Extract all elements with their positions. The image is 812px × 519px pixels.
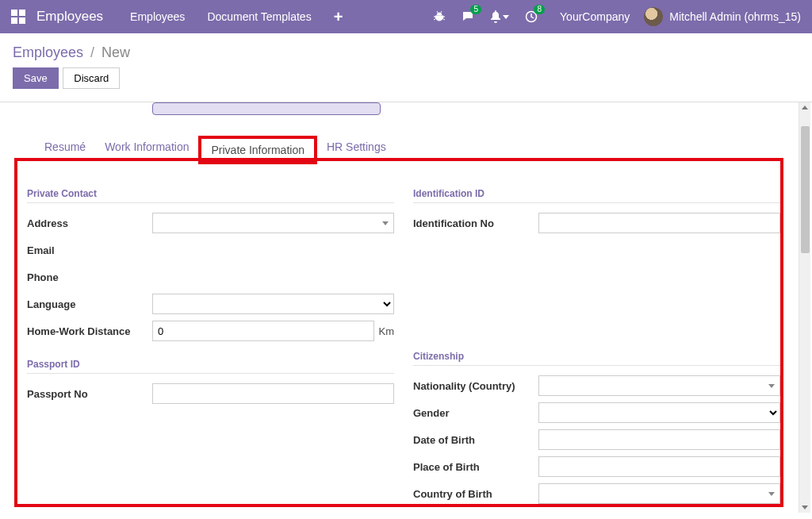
bug-icon[interactable] bbox=[433, 10, 446, 23]
messages-icon[interactable]: 5 bbox=[462, 10, 474, 23]
company-switcher[interactable]: YourCompany bbox=[560, 10, 630, 23]
form-view: Resumé Work Information Private Informat… bbox=[0, 102, 812, 513]
scroll-up-icon[interactable] bbox=[802, 106, 808, 110]
identification-no-field[interactable] bbox=[538, 213, 780, 233]
label-address: Address bbox=[27, 217, 152, 229]
label-phone: Phone bbox=[27, 271, 152, 283]
country-of-birth-field[interactable] bbox=[538, 483, 780, 504]
scroll-down-icon[interactable] bbox=[802, 506, 808, 509]
distance-unit: Km bbox=[379, 325, 395, 337]
nationality-field[interactable] bbox=[538, 375, 780, 396]
add-menu-icon[interactable]: + bbox=[334, 9, 343, 25]
notifications-icon[interactable] bbox=[490, 10, 509, 23]
place-of-birth-field[interactable] bbox=[538, 456, 780, 477]
tab-resume[interactable]: Resumé bbox=[35, 136, 95, 164]
label-nationality: Nationality (Country) bbox=[413, 380, 538, 392]
nav-employees[interactable]: Employees bbox=[130, 10, 185, 23]
passport-no-field[interactable] bbox=[152, 383, 394, 404]
language-select[interactable] bbox=[152, 294, 394, 314]
breadcrumb-current: New bbox=[102, 44, 130, 60]
breadcrumb-root[interactable]: Employees bbox=[13, 44, 83, 60]
section-private-contact: Private Contact bbox=[27, 174, 394, 203]
address-field[interactable] bbox=[152, 213, 394, 233]
avatar bbox=[644, 7, 663, 26]
section-citizenship: Citizenship bbox=[413, 336, 780, 366]
activity-icon[interactable]: 8 bbox=[525, 10, 538, 23]
label-home-work-distance: Home-Work Distance bbox=[27, 325, 152, 337]
section-identification: Identification ID bbox=[413, 174, 780, 203]
label-date-of-birth: Date of Birth bbox=[413, 434, 538, 446]
activity-badge: 8 bbox=[534, 5, 545, 14]
tab-work-information[interactable]: Work Information bbox=[95, 136, 198, 164]
label-country-of-birth: Country of Birth bbox=[413, 488, 538, 500]
discard-button[interactable]: Discard bbox=[63, 67, 120, 89]
tab-hr-settings[interactable]: HR Settings bbox=[317, 136, 396, 164]
date-of-birth-field[interactable] bbox=[538, 429, 780, 450]
breadcrumb-separator: / bbox=[90, 44, 94, 60]
breadcrumb: Employees / New bbox=[13, 44, 799, 61]
chevron-down-icon bbox=[503, 15, 509, 19]
home-work-distance-field[interactable] bbox=[152, 321, 374, 341]
app-title: Employees bbox=[36, 9, 103, 25]
apps-icon[interactable] bbox=[11, 10, 25, 24]
nav-document-templates[interactable]: Document Templates bbox=[207, 10, 311, 23]
label-email: Email bbox=[27, 244, 152, 256]
chevron-down-icon bbox=[382, 221, 389, 225]
scrollbar[interactable] bbox=[799, 102, 810, 513]
control-panel: Employees / New Save Discard bbox=[0, 33, 812, 94]
topbar: Employees Employees Document Templates +… bbox=[0, 0, 812, 33]
gender-select[interactable] bbox=[538, 402, 780, 423]
partial-field-above[interactable] bbox=[152, 102, 381, 115]
user-menu[interactable]: Mitchell Admin (ohrms_15) bbox=[669, 10, 801, 23]
label-identification-no: Identification No bbox=[413, 217, 538, 229]
chevron-down-icon bbox=[768, 492, 775, 496]
notebook-tabs: Resumé Work Information Private Informat… bbox=[35, 136, 396, 164]
label-gender: Gender bbox=[413, 407, 538, 419]
chevron-down-icon bbox=[768, 384, 775, 388]
scroll-thumb[interactable] bbox=[801, 126, 810, 253]
save-button[interactable]: Save bbox=[13, 67, 59, 89]
messages-badge: 5 bbox=[470, 5, 481, 14]
label-passport-no: Passport No bbox=[27, 388, 152, 400]
tab-private-information[interactable]: Private Information bbox=[198, 136, 317, 164]
label-language: Language bbox=[27, 298, 152, 310]
label-place-of-birth: Place of Birth bbox=[413, 461, 538, 473]
section-passport: Passport ID bbox=[27, 344, 394, 374]
